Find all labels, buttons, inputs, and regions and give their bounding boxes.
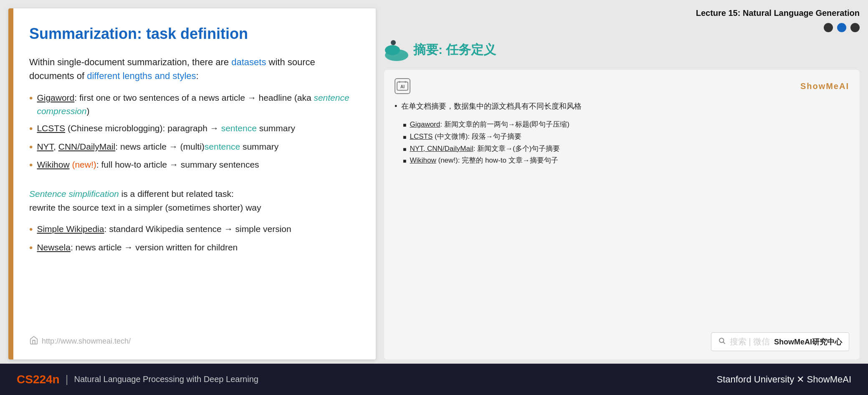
slide-intro: Within single-document summarization, th…	[29, 55, 355, 83]
right-title-row: 摘要: 任务定义	[384, 38, 860, 61]
card-header: AI ShowMeAI	[395, 78, 849, 94]
card-nyt-link: NYT, CNN/DailyMail	[410, 145, 473, 153]
search-label: ShowMeAI研究中心	[774, 337, 842, 347]
bullet-newsela: • Newsela: news article → version writte…	[29, 241, 355, 255]
card-sub-item-2: ■ LCSTS (中文微博): 段落→句子摘要	[403, 131, 849, 143]
secondary-bullet-list: • Simple Wikipedia: standard Wikipedia s…	[29, 222, 355, 259]
slide-url-area: http://www.showmeai.tech/	[29, 336, 355, 347]
dot-2	[837, 23, 846, 32]
main-content: Summarization: task definition Within si…	[0, 0, 868, 364]
bullet-text-2: LCSTS (Chinese microblogging): paragraph…	[37, 122, 295, 135]
sentence-simplification-italic: Sentence simplification	[29, 189, 119, 199]
bullet-gigaword: • Gigaword: first one or two sentences o…	[29, 91, 355, 117]
footer-divider: |	[66, 373, 68, 386]
lengths-styles-link[interactable]: different lengths and styles	[87, 71, 196, 81]
bullet-text-5: Simple Wikipedia: standard Wikipedia sen…	[37, 222, 291, 236]
footer-right: Stanford University ✕ ShowMeAI	[717, 374, 852, 385]
square-bullet-2: ■	[403, 133, 406, 143]
card-sub-item-3: ■ NYT, CNN/DailyMail: 新闻文章→(多个)句子摘要	[403, 143, 849, 155]
svg-point-2	[391, 40, 396, 45]
right-heading: 摘要: 任务定义	[413, 41, 496, 59]
card-gigaword-link: Gigaword	[410, 120, 440, 128]
card-wikihow-link: Wikihow	[410, 156, 436, 164]
bullet-dot-4: •	[29, 158, 33, 172]
simple-wiki-link[interactable]: Simple Wikipedia	[37, 224, 104, 234]
card-sub-item-1: ■ Gigaword: 新闻文章的前一两句→标题(即句子压缩)	[403, 119, 849, 131]
intro-text-3: :	[196, 71, 199, 81]
url-icon	[29, 336, 38, 347]
datasets-link[interactable]: datasets	[231, 57, 266, 67]
slide-panel: Summarization: task definition Within si…	[8, 8, 376, 359]
square-bullet-1: ■	[403, 120, 406, 130]
sentence-teal-2: sentence	[205, 142, 240, 151]
dot-3	[850, 23, 860, 32]
bullet-dot-5: •	[29, 222, 33, 237]
svg-point-7	[719, 338, 724, 343]
footer-x: ✕	[797, 374, 807, 385]
slide-title: Summarization: task definition	[29, 25, 355, 43]
card-sub-text-1: Gigaword: 新闻文章的前一两句→标题(即句子压缩)	[410, 119, 569, 131]
bullet-text-4: Wikihow (new!): full how-to article → su…	[37, 158, 259, 171]
slide-left-border	[8, 8, 13, 359]
bullet-text-6: Newsela: news article → version written …	[37, 241, 238, 254]
bullet-dot-6: •	[29, 241, 33, 255]
sentence-compression-text: sentence compression	[37, 93, 349, 116]
search-divider: 搜索 | 微信	[730, 336, 770, 347]
intro-text-1: Within single-document summarization, th…	[29, 57, 231, 67]
nyt-link[interactable]: NYT	[37, 142, 53, 151]
bullet-dot-2: •	[29, 122, 33, 136]
dots-row	[384, 23, 860, 32]
bullet-simple-wiki: • Simple Wikipedia: standard Wikipedia s…	[29, 222, 355, 237]
cnn-link[interactable]: CNN/DailyMail	[58, 142, 116, 151]
card-sub-text-2: LCSTS (中文微博): 段落→句子摘要	[410, 131, 521, 143]
footer-university: Stanford University	[717, 374, 795, 385]
new-text: (new!)	[72, 160, 96, 169]
card-main-bullet-text: 在单文档摘要，数据集中的源文档具有不同长度和风格	[401, 102, 582, 110]
wikihow-link[interactable]: Wikihow	[37, 160, 69, 169]
lcsts-link[interactable]: LCSTS	[37, 123, 65, 133]
lecture-title: Lecture 15: Natural Language Generation	[384, 8, 860, 18]
card-sub-list: ■ Gigaword: 新闻文章的前一两句→标题(即句子压缩) ■ LCSTS …	[403, 119, 849, 167]
showmeai-label: ShowMeAI	[800, 82, 849, 91]
svg-text:AI: AI	[400, 84, 405, 89]
search-bar[interactable]: 搜索 | 微信 ShowMeAI研究中心	[711, 332, 849, 351]
bullet-nyt: • NYT, CNN/DailyMail: news article → (mu…	[29, 140, 355, 154]
sentence-teal-1: sentence	[221, 123, 257, 133]
main-bullet-list: • Gigaword: first one or two sentences o…	[29, 91, 355, 176]
zh-icon	[384, 38, 407, 61]
footer-brand: ShowMeAI	[807, 374, 851, 385]
footer: CS224n | Natural Language Processing wit…	[0, 364, 868, 395]
ai-icon: AI	[395, 78, 410, 94]
svg-point-6	[405, 81, 406, 83]
svg-line-8	[723, 342, 725, 344]
square-bullet-4: ■	[403, 156, 406, 166]
search-icon	[718, 337, 726, 347]
footer-left: CS224n | Natural Language Processing wit…	[17, 373, 258, 386]
dot-1	[824, 23, 833, 32]
bullet-text-1: Gigaword: first one or two sentences of …	[37, 91, 355, 117]
svg-point-5	[399, 81, 400, 83]
showmeai-card: AI ShowMeAI • 在单文档摘要，数据集中的源文档具有不同长度和风格 ■…	[384, 70, 860, 359]
url-text: http://www.showmeai.tech/	[42, 337, 131, 346]
right-panel: Lecture 15: Natural Language Generation …	[384, 8, 860, 359]
bullet-dot-1: •	[29, 91, 33, 105]
card-sub-text-3: NYT, CNN/DailyMail: 新闻文章→(多个)句子摘要	[410, 143, 560, 155]
card-sub-text-4: Wikihow (new!): 完整的 how-to 文章→摘要句子	[410, 155, 558, 167]
svg-point-1	[385, 45, 400, 55]
square-bullet-3: ■	[403, 145, 406, 155]
bullet-lcsts: • LCSTS (Chinese microblogging): paragra…	[29, 122, 355, 136]
sentence-simplification-block: Sentence simplification is a different b…	[29, 187, 355, 215]
card-sub-item-4: ■ Wikihow (new!): 完整的 how-to 文章→摘要句子	[403, 155, 849, 167]
footer-subtitle: Natural Language Processing with Deep Le…	[74, 375, 258, 384]
footer-course-code: CS224n	[17, 373, 60, 386]
card-lcsts-link: LCSTS	[410, 133, 433, 140]
bullet-dot-3: •	[29, 140, 33, 154]
bullet-text-3: NYT, CNN/DailyMail: news article → (mult…	[37, 140, 278, 153]
card-main-bullet: • 在单文档摘要，数据集中的源文档具有不同长度和风格	[395, 100, 849, 112]
gigaword-link[interactable]: Gigaword	[37, 93, 74, 102]
bullet-wikihow: • Wikihow (new!): full how-to article → …	[29, 158, 355, 172]
newsela-link[interactable]: Newsela	[37, 242, 71, 252]
